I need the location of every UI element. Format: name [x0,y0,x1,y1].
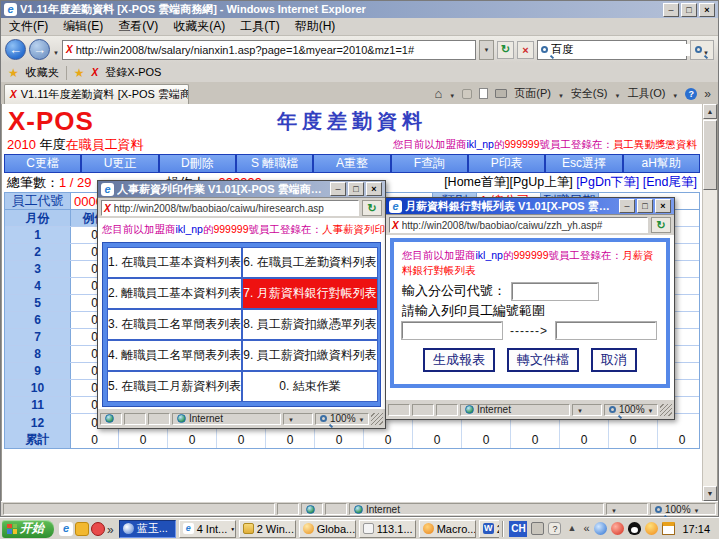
search-input[interactable] [551,44,693,56]
popup-print-address-input[interactable] [114,203,356,214]
function-button[interactable]: aH幫助 [624,155,699,172]
feed-icon[interactable] [462,89,472,99]
zoom-pane[interactable]: 100% [315,413,369,425]
collapse-tray-icon[interactable] [582,522,590,535]
messenger-quicklaunch-icon[interactable] [75,522,89,536]
menu-item[interactable]: 编辑(E) [63,18,103,35]
scroll-up-icon[interactable] [703,104,717,119]
page-menu-dropdown-icon[interactable] [558,88,564,100]
task-button[interactable]: 4 Int... [179,520,236,538]
task-button[interactable]: 2 Win... [239,520,296,538]
close-button[interactable] [699,3,715,17]
address-dropdown-icon[interactable] [479,40,494,60]
history-dropdown-icon[interactable] [53,41,59,59]
popup-bank-address-input[interactable] [402,220,645,231]
print-menu-item[interactable]: 8. 員工薪資扣繳憑單列表 [242,309,377,340]
read-mail-icon[interactable] [479,88,488,99]
forward-icon[interactable] [29,39,50,60]
scrollbar-thumb[interactable] [703,120,717,190]
zoom-pane[interactable]: 100% [604,404,658,416]
antivirus-tray-icon[interactable] [611,522,624,535]
print-menu-item[interactable]: 2. 離職員工基本資料列表 [107,278,242,309]
menu-item[interactable]: 收藏夹(A) [173,18,225,35]
home-dropdown-icon[interactable] [449,88,455,100]
hidden-icons-icon[interactable] [565,522,578,535]
function-button[interactable]: D刪除 [160,155,237,172]
scroll-down-icon[interactable] [703,486,717,501]
task-button[interactable]: 113.1... [359,520,416,538]
print-menu-item[interactable]: 9. 員工薪資扣繳資料列表 [242,340,377,371]
printer-tray-icon[interactable] [531,522,544,535]
favorites-link-xpos[interactable]: 登錄X-POS [105,65,161,80]
close-button[interactable] [655,199,671,213]
print-menu-item[interactable]: 6. 在職員工差勤資料列表 [242,247,377,278]
task-button[interactable]: Macro... [419,520,476,538]
function-button[interactable]: C更檔 [5,155,82,172]
protected-mode-pane[interactable] [572,404,602,416]
stop-icon[interactable] [517,41,534,59]
task-button[interactable]: Globa... [299,520,356,538]
tools-menu[interactable]: 工具(O) [627,86,665,101]
qq-quicklaunch-icon[interactable] [91,522,105,536]
range-start-input[interactable] [402,322,502,339]
function-button[interactable]: P印表 [469,155,546,172]
calendar-tray-icon[interactable] [662,522,675,535]
qq-tray-icon[interactable] [628,522,641,535]
add-favorite-icon[interactable] [74,66,85,80]
print-menu-item[interactable]: 5. 在職員工月薪資料列表 [107,371,242,402]
quicklaunch-more-icon[interactable] [107,520,114,538]
favorites-star-icon[interactable] [8,66,19,80]
print-menu-item[interactable]: 3. 在職員工名單簡表列表 [107,309,242,340]
function-button[interactable]: A重整 [314,155,391,172]
home-icon[interactable] [434,86,442,101]
print-menu-item[interactable]: 0. 結束作業 [242,371,377,402]
page-menu[interactable]: 页面(P) [514,86,551,101]
refresh-icon[interactable] [651,217,671,233]
safety-menu[interactable]: 安全(S) [571,86,608,101]
resize-grip[interactable] [660,404,672,416]
help-icon[interactable] [685,88,697,100]
task-button[interactable]: 蓝玉... [119,520,176,538]
form-button[interactable]: 取消 [591,348,637,372]
address-input[interactable] [76,44,472,56]
minimize-button[interactable] [330,182,346,196]
range-end-input[interactable] [556,322,656,339]
download-tray-icon[interactable] [645,522,658,535]
resize-grip[interactable] [371,413,383,425]
menu-item[interactable]: 工具(T) [240,18,279,35]
maximize-button[interactable] [348,182,364,196]
language-indicator[interactable]: CH [509,521,527,537]
messenger-tray-icon[interactable] [594,522,607,535]
favorites-label[interactable]: 收藏夹 [26,65,59,80]
print-icon[interactable] [495,89,507,98]
maximize-button[interactable] [681,3,697,17]
branch-code-input[interactable] [512,283,598,300]
refresh-icon[interactable] [362,200,382,216]
refresh-icon[interactable] [497,41,514,59]
start-button[interactable]: 开始 [2,520,54,538]
protected-mode-pane[interactable] [606,503,648,515]
form-button[interactable]: 轉文件檔 [507,348,579,372]
vertical-scrollbar[interactable] [702,104,717,501]
task-button[interactable]: 2 Mic... [479,520,500,538]
function-button[interactable]: U更正 [82,155,159,172]
menu-item[interactable]: 文件(F) [9,18,48,35]
minimize-button[interactable] [619,199,635,213]
function-button[interactable]: S 離職檔 [237,155,314,172]
print-menu-item[interactable]: 1. 在職員工基本資料列表 [107,247,242,278]
close-button[interactable] [366,182,382,196]
tab-active[interactable]: X V1.11年度差勤資料 [X-POS 雲端商務網] [4,84,189,104]
function-button[interactable]: F查詢 [392,155,469,172]
menu-item[interactable]: 帮助(H) [295,18,336,35]
zoom-pane[interactable]: 100% [650,503,716,515]
minimize-button[interactable] [663,3,679,17]
clock[interactable]: 17:14 [679,523,713,535]
print-menu-item[interactable]: 4. 離職員工名單簡表列表 [107,340,242,371]
help-tray-icon[interactable] [548,522,561,535]
maximize-button[interactable] [637,199,653,213]
function-button[interactable]: Esc選擇 [546,155,623,172]
menu-item[interactable]: 查看(V) [118,18,158,35]
nav-keys-home-pgup[interactable]: [Home首筆][PgUp上筆] [444,175,573,189]
protected-mode-pane[interactable] [283,413,313,425]
print-menu-item[interactable]: 7. 月薪資料銀行對帳列表 [242,278,377,309]
